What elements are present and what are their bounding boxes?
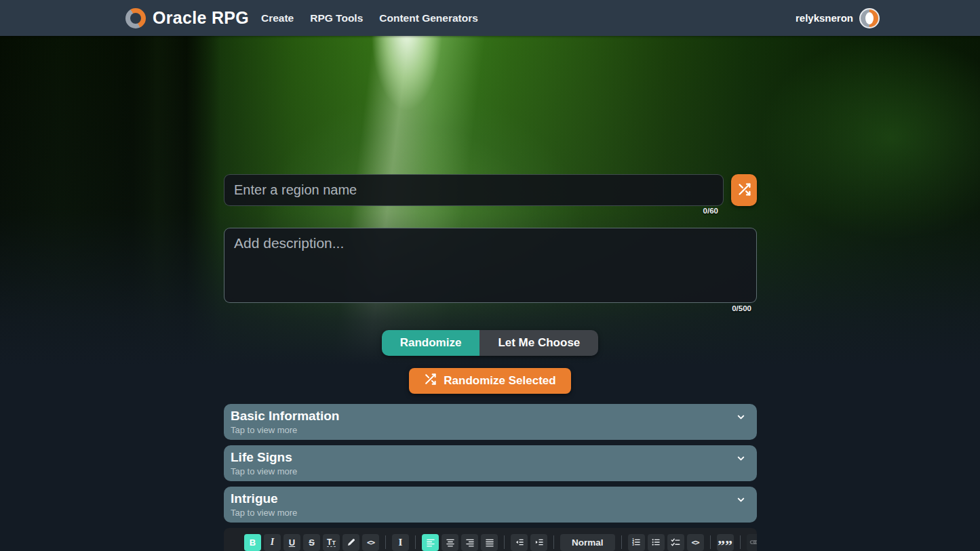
chevron-down-icon — [736, 412, 746, 425]
username: relyksneron — [796, 12, 853, 24]
italic-button[interactable]: I — [264, 534, 281, 551]
blockquote-button[interactable]: ”” — [717, 534, 734, 551]
svg-text:3: 3 — [632, 543, 634, 546]
mode-toggle-row: Randomize Let Me Choose — [0, 330, 980, 356]
toggle-let-me-choose[interactable]: Let Me Choose — [479, 330, 598, 356]
font-size-button[interactable]: TT — [323, 534, 340, 551]
top-navbar: Oracle RPG Create RPG Tools Content Gene… — [0, 0, 980, 36]
accordion-intrigue[interactable]: Intrigue Tap to view more — [224, 487, 757, 523]
toolbar-divider — [385, 535, 386, 549]
chevron-down-icon — [736, 453, 746, 466]
link-button — [747, 534, 757, 551]
description-char-counter: 0/500 — [224, 304, 751, 312]
toolbar-divider — [415, 535, 416, 549]
accordion-basic-information[interactable]: Basic Information Tap to view more — [224, 404, 757, 440]
randomize-selected-button[interactable]: Randomize Selected — [409, 368, 570, 394]
randomize-name-button[interactable] — [731, 174, 757, 206]
toolbar-divider — [740, 535, 741, 549]
inline-code-button[interactable]: <> — [362, 534, 379, 551]
region-name-row — [224, 174, 757, 206]
clear-formatting-button[interactable]: I — [392, 534, 409, 551]
description-textarea[interactable] — [224, 228, 757, 303]
oracle-rpg-logo-icon — [125, 8, 146, 28]
nav-link-content-generators[interactable]: Content Generators — [379, 12, 478, 24]
user-menu[interactable]: relyksneron — [796, 8, 880, 28]
format-dropdown-button[interactable]: Normal — [560, 534, 615, 551]
name-char-counter: 0/60 — [224, 207, 718, 215]
nav-links: Create RPG Tools Content Generators — [261, 12, 478, 24]
toolbar-divider — [553, 535, 554, 549]
randomize-selected-label: Randomize Selected — [444, 374, 555, 388]
toggle-randomize[interactable]: Randomize — [382, 330, 480, 356]
oracle-rpg-page: Oracle RPG Create RPG Tools Content Gene… — [0, 0, 980, 551]
shuffle-icon — [424, 373, 437, 389]
accordion-subtitle: Tap to view more — [231, 425, 746, 435]
code-block-button[interactable]: <> — [687, 534, 704, 551]
align-center-button[interactable] — [442, 534, 458, 551]
editor-toolbar: BIUSTT<>INormal123<>””— — [224, 528, 757, 551]
brand-title: Oracle RPG — [153, 8, 249, 28]
nav-link-rpg-tools[interactable]: RPG Tools — [310, 12, 363, 24]
pencil-button[interactable] — [342, 534, 359, 551]
accordion-title: Life Signs — [231, 450, 746, 465]
toolbar-divider — [504, 535, 505, 549]
chevron-down-icon — [736, 495, 746, 508]
strikethrough-button[interactable]: S — [303, 534, 320, 551]
outdent-button[interactable] — [511, 534, 528, 551]
accordion: Basic Information Tap to view more Life … — [224, 404, 757, 523]
randomize-selected-row: Randomize Selected — [0, 368, 980, 394]
mode-toggle: Randomize Let Me Choose — [382, 330, 599, 356]
align-justify-button[interactable] — [481, 534, 498, 551]
align-right-button[interactable] — [461, 534, 478, 551]
avatar[interactable] — [859, 8, 880, 28]
underline-button[interactable]: U — [283, 534, 300, 551]
bullet-list-button[interactable] — [648, 534, 665, 551]
accordion-subtitle: Tap to view more — [231, 466, 746, 476]
accordion-title: Intrigue — [231, 491, 746, 506]
shuffle-icon — [737, 182, 751, 199]
bold-button[interactable]: B — [244, 534, 261, 551]
description-box — [224, 228, 757, 306]
align-left-button[interactable] — [422, 534, 439, 551]
toolbar-divider — [621, 535, 622, 549]
accordion-life-signs[interactable]: Life Signs Tap to view more — [224, 445, 757, 481]
accordion-title: Basic Information — [231, 409, 746, 424]
brand[interactable]: Oracle RPG — [125, 8, 249, 28]
region-name-input[interactable] — [224, 174, 724, 206]
ordered-list-button[interactable]: 123 — [628, 534, 645, 551]
toolbar-divider — [710, 535, 711, 549]
nav-link-create[interactable]: Create — [261, 12, 294, 24]
check-list-button[interactable] — [667, 534, 684, 551]
indent-button[interactable] — [530, 534, 547, 551]
accordion-subtitle: Tap to view more — [231, 508, 746, 518]
